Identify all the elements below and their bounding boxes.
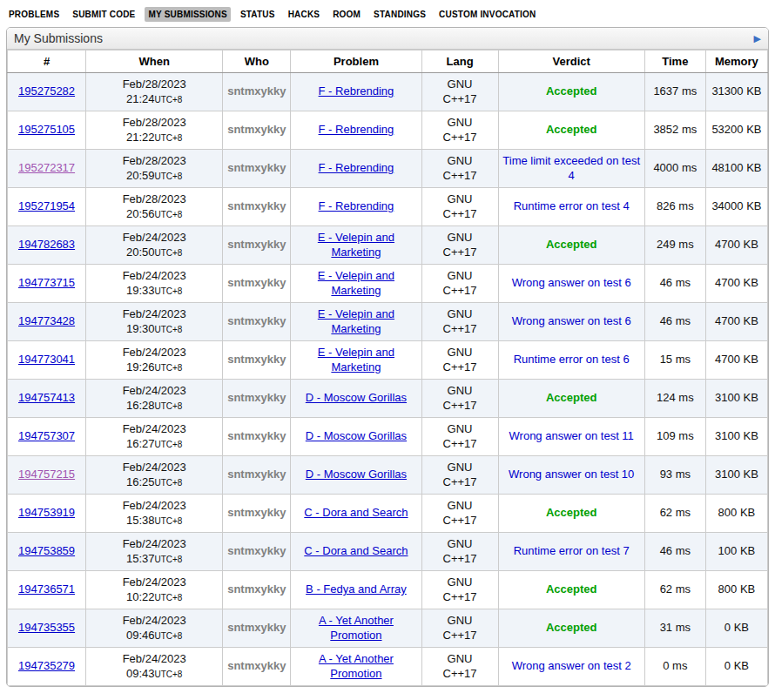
- verdict-text: Wrong answer on test 2: [512, 659, 631, 672]
- when-utc: UTC+8: [154, 555, 182, 564]
- time-text: 109 ms: [644, 418, 705, 456]
- submission-row: 194753859 Feb/24/202315:37UTC+8 sntmxykk…: [8, 533, 768, 571]
- submission-when: Feb/24/202316:27UTC+8: [86, 418, 223, 456]
- time-text: 93 ms: [644, 456, 705, 495]
- submission-row: 195275282 Feb/28/202321:24UTC+8 sntmxykk…: [8, 73, 768, 111]
- column-header-time: Time: [644, 50, 705, 73]
- who-link[interactable]: sntmxykky: [227, 659, 286, 672]
- problem-link[interactable]: F - Rebrending: [319, 161, 394, 174]
- problem-link[interactable]: D - Moscow Gorillas: [306, 391, 407, 404]
- problem-link[interactable]: C - Dora and Search: [304, 544, 408, 557]
- submission-id-link[interactable]: 195275282: [18, 84, 75, 98]
- submission-id-link[interactable]: 194757413: [18, 391, 75, 404]
- expand-arrow-icon[interactable]: ▶: [754, 34, 761, 44]
- submission-when: Feb/24/202316:28UTC+8: [86, 380, 223, 418]
- lang-text: GNU C++17: [438, 499, 482, 528]
- problem-link[interactable]: F - Rebrending: [319, 84, 394, 98]
- submission-id-link[interactable]: 195271954: [18, 199, 75, 212]
- when-date: Feb/24/2023: [90, 307, 219, 322]
- who-link[interactable]: sntmxykky: [227, 506, 286, 519]
- lang-text: GNU C++17: [438, 346, 482, 375]
- verdict-text: Wrong answer on test 11: [509, 429, 634, 442]
- nav-item-problems[interactable]: PROBLEMS: [5, 7, 63, 22]
- problem-link[interactable]: A - Yet Another Promotion: [319, 652, 394, 680]
- submission-id-link[interactable]: 194753859: [18, 544, 75, 557]
- submission-when: Feb/24/202316:25UTC+8: [86, 456, 223, 495]
- problem-link[interactable]: C - Dora and Search: [304, 506, 408, 519]
- submission-id-link[interactable]: 195272317: [18, 161, 75, 174]
- time-text: 46 ms: [644, 265, 705, 303]
- lang-text: GNU C++17: [438, 461, 482, 490]
- problem-link[interactable]: D - Moscow Gorillas: [306, 468, 407, 481]
- submission-row: 194773041 Feb/24/202319:26UTC+8 sntmxykk…: [8, 341, 768, 380]
- time-text: 1637 ms: [644, 73, 705, 111]
- who-link[interactable]: sntmxykky: [227, 123, 286, 136]
- when-utc: UTC+8: [154, 401, 182, 411]
- contest-navbar: PROBLEMSSUBMIT CODEMY SUBMISSIONSSTATUSH…: [0, 0, 775, 27]
- problem-link[interactable]: B - Fedya and Array: [306, 582, 407, 596]
- submission-id-link[interactable]: 194757307: [18, 429, 75, 442]
- submission-id-link[interactable]: 194735279: [18, 659, 75, 672]
- nav-item-submit-code[interactable]: SUBMIT CODE: [69, 7, 138, 22]
- who-link[interactable]: sntmxykky: [227, 468, 286, 481]
- submission-id-link[interactable]: 194735355: [18, 621, 75, 634]
- who-link[interactable]: sntmxykky: [227, 161, 286, 174]
- who-link[interactable]: sntmxykky: [227, 621, 286, 634]
- lang-text: GNU C++17: [438, 307, 482, 337]
- column-header-problem: Problem: [291, 50, 421, 73]
- problem-link[interactable]: A - Yet Another Promotion: [319, 614, 394, 642]
- verdict-text: Accepted: [546, 391, 597, 404]
- column-header-when: When: [86, 50, 223, 73]
- nav-item-room[interactable]: ROOM: [329, 7, 364, 22]
- submission-id-link[interactable]: 194782683: [18, 238, 75, 251]
- when-date: Feb/24/2023: [90, 269, 219, 284]
- submission-when: Feb/24/202319:30UTC+8: [86, 303, 223, 341]
- who-link[interactable]: sntmxykky: [227, 353, 286, 366]
- nav-item-my-submissions[interactable]: MY SUBMISSIONS: [145, 7, 230, 22]
- who-link[interactable]: sntmxykky: [227, 314, 286, 327]
- nav-item-custom-invocation[interactable]: CUSTOM INVOCATION: [435, 7, 539, 22]
- submission-id-link[interactable]: 194773715: [18, 276, 75, 289]
- who-link[interactable]: sntmxykky: [227, 544, 286, 557]
- my-submissions-panel: My Submissions ▶ #WhenWhoProblemLangVerd…: [6, 27, 769, 687]
- submission-row: 194757307 Feb/24/202316:27UTC+8 sntmxykk…: [8, 418, 768, 456]
- submission-id-link[interactable]: 194773041: [18, 353, 75, 366]
- nav-item-hacks[interactable]: HACKS: [285, 7, 324, 22]
- who-link[interactable]: sntmxykky: [227, 276, 286, 289]
- nav-item-status[interactable]: STATUS: [237, 7, 279, 22]
- lang-text: GNU C++17: [438, 575, 482, 605]
- problem-link[interactable]: E - Velepin and Marketing: [318, 269, 394, 297]
- submission-row: 194735355 Feb/24/202309:46UTC+8 sntmxykk…: [8, 609, 768, 648]
- who-link[interactable]: sntmxykky: [227, 238, 286, 251]
- nav-item-standings[interactable]: STANDINGS: [370, 7, 429, 22]
- who-link[interactable]: sntmxykky: [227, 199, 286, 212]
- who-link[interactable]: sntmxykky: [227, 84, 286, 98]
- column-header-verdict: Verdict: [498, 50, 644, 73]
- lang-text: GNU C++17: [438, 154, 482, 184]
- lang-text: GNU C++17: [438, 192, 482, 222]
- who-link[interactable]: sntmxykky: [227, 391, 286, 404]
- when-date: Feb/24/2023: [90, 422, 219, 437]
- submission-id-link[interactable]: 194757215: [18, 468, 75, 481]
- memory-text: 800 KB: [705, 495, 767, 533]
- problem-link[interactable]: F - Rebrending: [319, 123, 394, 136]
- panel-title: My Submissions: [14, 31, 103, 45]
- submission-id-link[interactable]: 194773428: [18, 314, 75, 327]
- memory-text: 100 KB: [705, 533, 767, 571]
- who-link[interactable]: sntmxykky: [227, 429, 286, 442]
- when-utc: UTC+8: [154, 172, 182, 181]
- lang-text: GNU C++17: [438, 537, 482, 567]
- submission-id-link[interactable]: 194736571: [18, 582, 75, 596]
- lang-text: GNU C++17: [438, 231, 482, 260]
- problem-link[interactable]: E - Velepin and Marketing: [318, 346, 394, 374]
- problem-link[interactable]: F - Rebrending: [319, 199, 394, 212]
- who-link[interactable]: sntmxykky: [227, 582, 286, 596]
- problem-link[interactable]: E - Velepin and Marketing: [318, 231, 394, 259]
- submission-id-link[interactable]: 195275105: [18, 123, 75, 136]
- when-time: 19:30: [126, 322, 155, 335]
- problem-link[interactable]: D - Moscow Gorillas: [306, 429, 407, 442]
- when-time: 16:28: [126, 399, 155, 412]
- problem-link[interactable]: E - Velepin and Marketing: [318, 307, 394, 335]
- verdict-text: Wrong answer on test 6: [512, 314, 631, 327]
- submission-id-link[interactable]: 194753919: [18, 506, 75, 519]
